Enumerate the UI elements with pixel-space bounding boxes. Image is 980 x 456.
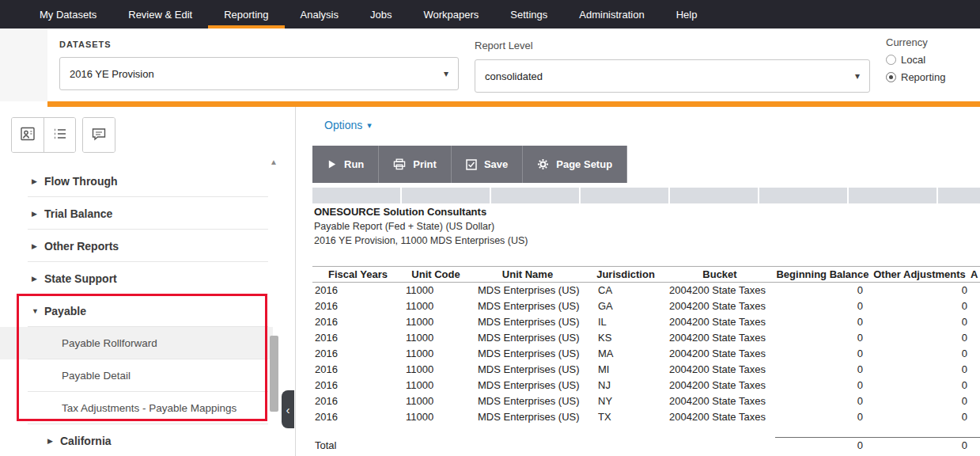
total-cell — [403, 438, 468, 454]
sidebar-item-label: State Support — [44, 272, 117, 285]
nav-item-jobs[interactable]: Jobs — [354, 0, 407, 28]
grid-cell — [581, 188, 670, 203]
sidebar-item-payable[interactable]: ▼Payable — [0, 294, 273, 327]
currency-option-label: Reporting — [901, 71, 945, 83]
sidebar: ▶Flow Through▶Trial Balance▶Other Report… — [0, 107, 296, 456]
report-level-group: Report Level consolidated ▾ — [475, 40, 870, 93]
nav-item-analysis[interactable]: Analysis — [285, 0, 354, 28]
options-toggle[interactable]: Options ▾ — [324, 119, 372, 131]
report-dataset-line: 2016 YE Provision, 11000 MDS Enterprises… — [314, 234, 528, 248]
table-cell: MDS Enterprises (US) — [468, 393, 587, 409]
table-cell: 0 — [775, 393, 870, 409]
save-button[interactable]: Save — [452, 146, 523, 183]
table-cell: 2016 — [312, 298, 403, 314]
report-level-label: Report Level — [475, 40, 870, 51]
sidebar-item-trial-balance[interactable]: ▶Trial Balance — [0, 197, 273, 230]
nav-item-help[interactable]: Help — [660, 0, 713, 28]
table-cell: TX — [587, 409, 664, 425]
sidebar-item-flow-through[interactable]: ▶Flow Through — [0, 165, 273, 197]
accent-bar — [47, 101, 980, 107]
scroll-up-arrow[interactable]: ▲ — [270, 158, 278, 166]
total-cell: 0 — [775, 438, 870, 454]
sidebar-collapse-handle[interactable]: ‹ — [282, 390, 294, 428]
table-cell: 2004200 State Taxes — [664, 283, 775, 298]
sidebar-item-payable-rollforward[interactable]: Payable Rollforward — [0, 327, 273, 359]
sidebar-item-california[interactable]: ▶California — [0, 424, 273, 456]
report-level-selected-value: consolidated — [485, 70, 543, 82]
sidebar-item-other-reports[interactable]: ▶Other Reports — [0, 230, 273, 262]
table-cell: 2004200 State Taxes — [664, 378, 775, 393]
run-button[interactable]: Run — [312, 146, 379, 183]
report-icon — [20, 126, 36, 144]
chevron-right-icon: ▶ — [32, 210, 44, 218]
report-view-button[interactable] — [12, 118, 44, 152]
total-label: Total — [312, 438, 403, 454]
table-cell: CA — [587, 283, 664, 298]
toolbar-button-label: Save — [484, 158, 508, 170]
report-subtitle: Payable Report (Fed + State) (US Dollar) — [314, 219, 528, 234]
report-toolbar: RunPrintSavePage Setup — [312, 146, 627, 183]
nav-item-review-edit[interactable]: Review & Edit — [112, 0, 208, 28]
comments-button[interactable] — [83, 118, 115, 152]
currency-option-local[interactable]: Local — [886, 54, 945, 66]
table-cell: NJ — [587, 378, 664, 393]
chevron-down-icon: ▾ — [855, 70, 860, 82]
table-cell: MDS Enterprises (US) — [468, 409, 587, 425]
currency-option-reporting[interactable]: Reporting — [886, 71, 945, 83]
column-header-beginning-balance: Beginning Balance — [775, 267, 870, 283]
table-cell: 0 — [870, 409, 969, 425]
main-content: Options ▾ RunPrintSavePage Setup ONESOUR… — [297, 107, 980, 456]
table-row: 201611000MDS Enterprises (US)NY2004200 S… — [312, 393, 980, 409]
page-setup-button[interactable]: Page Setup — [523, 146, 627, 183]
sidebar-item-tax-adjustments-payable-mappings[interactable]: Tax Adjustments - Payable Mappings — [0, 392, 273, 424]
grid-cell — [312, 188, 402, 203]
table-cell: 11000 — [403, 393, 468, 409]
table-cell — [969, 314, 980, 330]
table-row: 201611000MDS Enterprises (US)TX2004200 S… — [312, 409, 980, 425]
datasets-label: DATASETS — [59, 40, 459, 49]
table-spacer — [312, 425, 980, 438]
sidebar-toolbar — [11, 117, 115, 153]
table-row: 201611000MDS Enterprises (US)IL2004200 S… — [312, 314, 980, 330]
table-cell — [969, 409, 980, 425]
sidebar-item-payable-detail[interactable]: Payable Detail — [0, 359, 273, 392]
list-view-button[interactable] — [44, 118, 75, 152]
chevron-right-icon: ▶ — [32, 177, 44, 185]
table-cell: MA — [587, 346, 664, 362]
comments-box — [82, 117, 115, 153]
nav-item-my-datasets[interactable]: My Datasets — [24, 0, 112, 28]
table-cell: 0 — [870, 298, 969, 314]
chevron-right-icon: ▶ — [32, 242, 44, 250]
nav-item-settings[interactable]: Settings — [494, 0, 563, 28]
dataset-select[interactable]: 2016 YE Provision ▾ — [59, 57, 459, 90]
top-nav: My DatasetsReview & EditReportingAnalysi… — [0, 0, 980, 28]
table-cell: 11000 — [403, 409, 468, 425]
nav-item-reporting[interactable]: Reporting — [208, 0, 284, 28]
chevron-down-icon: ▾ — [367, 120, 372, 131]
table-cell: 0 — [870, 330, 969, 346]
toolbar-button-label: Page Setup — [556, 158, 612, 170]
print-button[interactable]: Print — [379, 146, 452, 183]
grid-cell — [759, 188, 849, 203]
total-cell — [969, 438, 980, 454]
table-cell: KS — [587, 330, 664, 346]
sidebar-item-state-support[interactable]: ▶State Support — [0, 262, 273, 294]
table-cell: 2016 — [312, 409, 403, 425]
play-icon — [327, 159, 337, 169]
comment-icon — [91, 126, 107, 144]
scrollbar-thumb[interactable] — [270, 336, 278, 412]
table-cell: 0 — [870, 314, 969, 330]
column-header-fiscal-years: Fiscal Years — [312, 267, 403, 283]
nav-item-workpapers[interactable]: Workpapers — [407, 0, 494, 28]
report-level-select[interactable]: consolidated ▾ — [475, 59, 870, 93]
report-table: Fiscal YearsUnit CodeUnit NameJurisdicti… — [312, 266, 980, 454]
table-cell — [969, 298, 980, 314]
table-cell: 0 — [870, 393, 969, 409]
table-cell: MDS Enterprises (US) — [468, 283, 587, 298]
table-cell: 0 — [775, 330, 870, 346]
report-header: ONESOURCE Solution Consultants Payable R… — [314, 205, 528, 248]
table-row: 201611000MDS Enterprises (US)MA2004200 S… — [312, 346, 980, 362]
table-cell: 2016 — [312, 314, 403, 330]
table-cell: 2004200 State Taxes — [664, 298, 775, 314]
nav-item-administration[interactable]: Administration — [563, 0, 660, 28]
